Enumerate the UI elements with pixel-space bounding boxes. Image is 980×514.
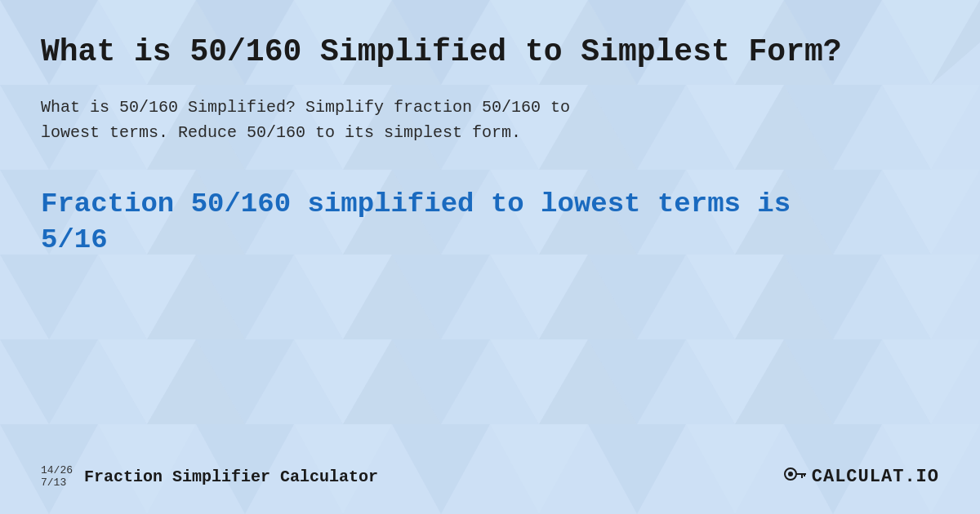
result-heading: Fraction 50/160 simplified to lowest ter…	[41, 186, 939, 258]
page-title: What is 50/160 Simplified to Simplest Fo…	[41, 33, 939, 72]
description-text: What is 50/160 Simplified? Simplify frac…	[41, 95, 939, 145]
logo: CALCULAT.IO	[784, 465, 939, 489]
svg-point-108	[788, 472, 793, 476]
footer-left: 14/26 7/13 Fraction Simplifier Calculato…	[41, 464, 378, 490]
footer-fraction-top: 14/26	[41, 464, 73, 477]
footer-fraction-bottom: 7/13	[41, 476, 73, 490]
footer: 14/26 7/13 Fraction Simplifier Calculato…	[41, 464, 939, 490]
logo-icon	[784, 465, 807, 489]
footer-fractions: 14/26 7/13	[41, 464, 73, 490]
footer-site-title: Fraction Simplifier Calculator	[84, 467, 378, 486]
logo-label: CALCULAT.IO	[812, 467, 939, 487]
